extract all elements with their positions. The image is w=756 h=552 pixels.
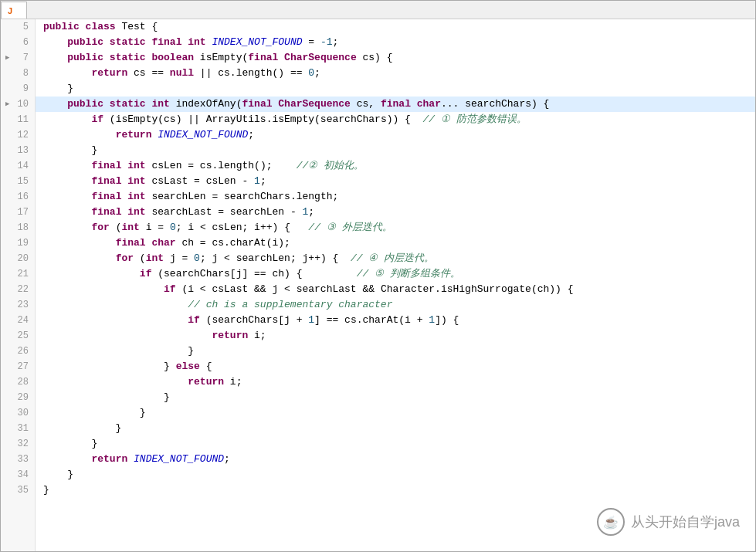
plain-token [43,175,91,187]
code-line: final char ch = cs.charAt(i); [36,235,755,251]
line-number: 28 [7,374,29,390]
num-token: 1 [308,314,314,326]
code-line: for (int i = 0; i < csLen; i++) { // ③ 外… [36,220,755,235]
line-number: 29 [7,390,29,405]
kw-token: public [67,98,110,110]
const-token: INDEX_NOT_FOUND [158,129,248,141]
code-line: } [36,483,755,498]
code-line: } [36,344,755,359]
plain-token [43,160,91,171]
line-number: 33 [7,452,29,467]
plain-token: isEmpty( [200,52,248,63]
code-line: final int csLen = cs.length(); //② 初始化。 [36,158,755,174]
line-number: 26 [7,344,29,359]
plain-token: ]) { [435,314,459,326]
kw-token: return [212,330,254,341]
code-line: if (searchChars[j + 1] == cs.charAt(i + … [36,313,755,328]
kw-token: return [188,376,230,388]
line-number: 35 [7,483,29,498]
kw-token: if [140,268,158,279]
line-number: 10 [7,97,29,112]
kw-token: class [86,21,122,32]
plain-token: ; [308,206,314,218]
plain-token: ( [140,252,146,264]
plain-token [43,453,91,465]
code-line: } [36,143,755,158]
plain-token: } [43,484,49,496]
line-number: 23 [7,297,29,313]
kw-token: static [110,36,152,48]
plain-token [43,36,67,48]
plain-token: } [43,422,121,434]
code-line: } [36,81,755,97]
comment-token: // ⑤ 判断多组条件。 [357,268,460,279]
kw-token: if [91,113,109,125]
plain-token: cs == [134,67,170,79]
line-number: 14 [7,158,29,174]
watermark-icon: ☕ [597,508,625,536]
code-line: public static final int INDEX_NOT_FOUND … [36,35,755,50]
line-number: 13 [7,143,29,158]
plain-token: ; [333,36,339,48]
num-token: 1 [429,314,435,326]
line-number: 34 [7,467,29,483]
type-token: int [121,222,145,233]
code-line: return i; [36,328,755,344]
kw-token: public [67,52,110,63]
line-number: 27 [7,359,29,374]
editor-tab[interactable]: J [1,2,27,19]
tab-bar: J [1,1,755,19]
kw-token: return [116,129,158,141]
code-line: } [36,390,755,405]
code-line: if (isEmpty(cs) || ArrayUtils.isEmpty(se… [36,112,755,127]
plain-token: ; i < csLen; i++) { [176,222,309,233]
num-token: 0 [170,222,176,233]
code-line: final int csLast = csLen - 1; [36,174,755,189]
code-content[interactable]: public class Test { public static final … [36,19,755,551]
kw-token: public [43,21,86,32]
comment-token: //② 初始化。 [297,160,364,171]
plain-token [43,52,67,63]
plain-token: ; [260,175,266,187]
line-number: 31 [7,421,29,436]
plain-token: searchLast = searchLen - [151,206,302,218]
type-token: int [127,206,151,218]
plain-token [43,206,91,218]
plain-token: searchLen = searchChars.length; [151,191,338,202]
plain-token: = [303,36,320,48]
plain-token: ch = cs.charAt(i); [181,237,290,249]
code-line: final int searchLast = searchLen - 1; [36,205,755,220]
kw-token: final [91,191,127,202]
plain-token [43,268,140,279]
watermark: ☕从头开始自学java [597,508,740,536]
line-number: 12 [7,127,29,143]
plain-token [43,222,91,233]
line-number: 15 [7,174,29,189]
line-number: 21 [7,266,29,282]
plain-token [43,67,91,79]
const-token: INDEX_NOT_FOUND [212,36,302,48]
line-number: 16 [7,189,29,205]
plain-token: ... searchChars) { [441,98,549,110]
plain-token: j = [170,252,194,264]
plain-token [43,252,116,264]
kw-token: final [91,175,127,187]
line-number: 8 [7,66,29,81]
plain-token [43,98,67,110]
plain-token: (searchChars[j + [206,314,309,326]
comment-token: // ch is a supplementary character [43,299,392,310]
plain-token: } [43,391,170,403]
type-token: int [127,191,151,202]
line-number: 20 [7,251,29,266]
plain-token [43,283,164,295]
code-line: return cs == null || cs.length() == 0; [36,66,755,81]
plain-token: } [43,83,73,94]
watermark-text: 从头开始自学java [631,513,740,531]
code-line: return INDEX_NOT_FOUND; [36,127,755,143]
plain-token: i; [254,330,266,341]
comment-token: // ① 防范参数错误。 [423,113,527,125]
type-token: int [188,36,212,48]
code-line: public static int indexOfAny(final CharS… [36,97,755,112]
code-editor: 5678910111213141516171819202122232425262… [1,19,755,551]
type-token: int [146,252,170,264]
